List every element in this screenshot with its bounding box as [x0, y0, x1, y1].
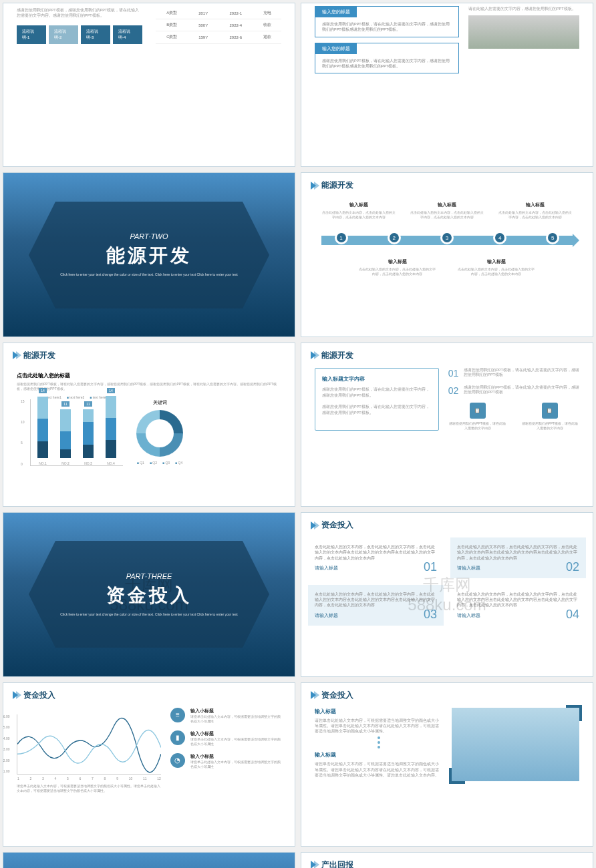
process-buttons: 流程说明-1 流程说明-2 流程说明-3 流程说明-4 — [17, 25, 142, 44]
chevron-icon — [311, 351, 317, 359]
chevron-icon — [13, 691, 19, 699]
slide-4: 能源开发 输入标题点击此处输入您的文本内容，点击此处输入您的文字内容，点击此处输… — [301, 172, 593, 337]
timeline: 1 2 3 4 5 — [315, 220, 579, 258]
windmill-image — [452, 708, 579, 781]
slide-5: 能源开发 点击此处输入您的标题 感谢您使用我们的PPT模板，请在此输入您需要的文… — [3, 343, 295, 507]
info-box-02: 点击此处输入您的文本内容，点击此处输入您的文字内容，点击此处输入您的文本内容点击… — [450, 537, 586, 578]
divider-dots — [315, 734, 442, 751]
slide-hero-3: PART·THREE 资金投入 Click here to enter your… — [3, 512, 295, 676]
slide-12: 产出回报 输入标题 点击此处输入您的文本内容，点击此处输入您的文字内容，点击此处… — [301, 852, 593, 868]
slide-9: 资金投入 $6.00$5.00$4.00$3.00$2.00$1.00 1234… — [3, 682, 295, 847]
hero-hexagon: PART·TWO 能源开发 Click here to enter your t… — [55, 202, 243, 308]
slide1-desc: 感谢您使用我们的PPT模板，感谢您使用我们的PPT模板，请在此输入您需要的文字内… — [17, 7, 142, 19]
pie-icon: ◔ — [170, 753, 185, 768]
chevron-icon — [311, 521, 317, 529]
chart-icon: ≡ — [170, 708, 185, 722]
chevron-icon — [311, 182, 317, 190]
slide-10: 资金投入 输入标题 请您单击此处输入文本内容，可根据需要适当地调整文字的颜色或大… — [301, 682, 593, 847]
btn-2[interactable]: 流程说明-2 — [49, 25, 78, 44]
info-box-03: 点击此处输入您的文本内容，点击此处输入您的文字内容，点击此处输入您的文本内容点击… — [308, 585, 444, 626]
btn-3[interactable]: 流程说明-3 — [81, 25, 110, 44]
chevron-icon — [13, 351, 19, 359]
chevron-icon — [311, 861, 317, 868]
bar-chart: 14NO.1 11NO.2 11NO.3 14NO.4 — [30, 399, 123, 466]
bars-icon: ▮ — [170, 730, 185, 745]
slide-8: 资金投入 点击此处输入您的文本内容，点击此处输入您的文字内容，点击此处输入您的文… — [301, 512, 593, 676]
slide-2: 输入您的标题 感谢您使用我们的PPT模板，请在此输入您需要的文字内容，感谢您使用… — [301, 3, 593, 167]
clipboard-icon: 📋 — [470, 403, 486, 419]
info-box-04: 点击此处输入您的文本内容，点击此处输入您的文字内容，点击此处输入您的文本内容点击… — [450, 585, 586, 626]
slide-hero-2: PART·TWO 能源开发 Click here to enter your t… — [3, 172, 295, 337]
car-image — [468, 15, 579, 49]
btn-1[interactable]: 流程说明-1 — [17, 25, 46, 44]
donut-chart — [136, 410, 183, 457]
info-box-01: 点击此处输入您的文本内容，点击此处输入您的文字内容，点击此处输入您的文本内容点击… — [308, 537, 444, 578]
chart-title: 点击此处输入您的标题 — [17, 372, 281, 379]
chevron-icon — [311, 691, 317, 699]
donut-title: 关键词 — [136, 399, 183, 406]
slide-6: 能源开发 输入标题文字内容 感谢您使用我们的PPT模板，请在此输入您需要的文字内… — [301, 343, 593, 507]
side-panel: 输入标题文字内容 感谢您使用我们的PPT模板，请在此输入您需要的文字内容，感谢您… — [315, 368, 439, 431]
clipboard-icon: 📋 — [542, 403, 558, 419]
donut-legend: Q1Q2Q3Q4 — [136, 461, 183, 465]
data-table: A类型201Y2022-1充电 B类型500Y2022-4收款 C类型139Y2… — [156, 7, 281, 44]
slide-1: 感谢您使用我们的PPT模板，感谢您使用我们的PPT模板，请在此输入您需要的文字内… — [3, 3, 295, 167]
btn-4[interactable]: 流程说明-4 — [113, 25, 142, 44]
line-chart: $6.00$5.00$4.00$3.00$2.00$1.00 123456789… — [17, 714, 161, 775]
hero-hexagon: PART·THREE 资金投入 Click here to enter your… — [55, 541, 243, 648]
info-box-1: 输入您的标题 感谢您使用我们的PPT模板，请在此输入您需要的文字内容，感谢您使用… — [315, 6, 459, 37]
slide-hero-4: PART·FOUR 产出回报 Click here to enter your … — [3, 852, 295, 868]
info-box-2: 输入您的标题 感谢您使用我们的PPT模板，请在此输入您需要的文字内容，感谢您使用… — [315, 43, 459, 74]
